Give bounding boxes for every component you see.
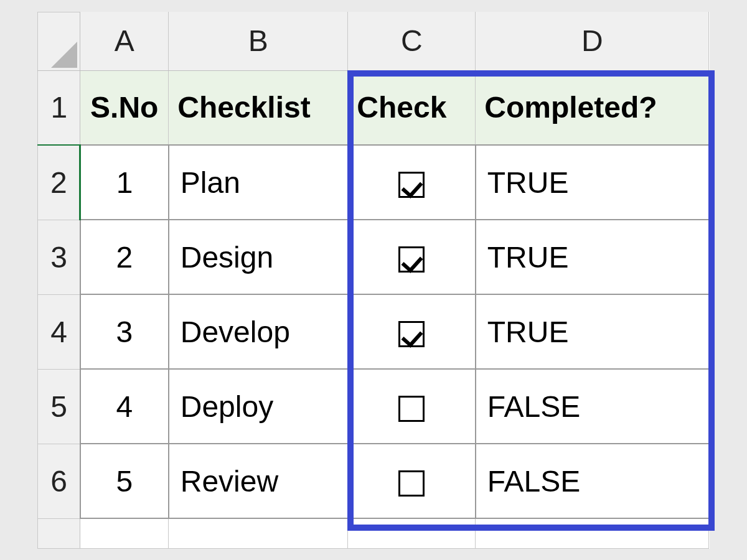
column-header-C[interactable]: C — [348, 12, 476, 70]
column-header-D[interactable]: D — [476, 12, 709, 70]
cell-D6[interactable]: FALSE — [476, 444, 709, 518]
cell-B7[interactable] — [169, 518, 348, 548]
cell-A2[interactable]: 1 — [80, 145, 169, 220]
cell-C1[interactable]: Check — [348, 70, 476, 145]
column-header-A[interactable]: A — [80, 12, 169, 70]
cell-C3[interactable] — [348, 220, 476, 294]
cell-D3[interactable]: TRUE — [476, 220, 709, 294]
checkbox-icon[interactable] — [398, 396, 425, 422]
cell-D2[interactable]: TRUE — [476, 145, 709, 220]
spreadsheet-region: A B C D 1 S.No Checklist Check Completed… — [37, 12, 710, 549]
row-header-1[interactable]: 1 — [38, 70, 80, 145]
cell-A5[interactable]: 4 — [80, 369, 169, 444]
cell-C2[interactable] — [348, 145, 476, 220]
select-all-triangle-icon — [51, 42, 77, 68]
cell-B3[interactable]: Design — [169, 220, 348, 294]
cell-A6[interactable]: 5 — [80, 444, 169, 518]
row-header-2[interactable]: 2 — [38, 145, 80, 220]
checkbox-icon[interactable] — [398, 246, 425, 273]
checkbox-icon[interactable] — [398, 470, 425, 497]
row-header-6[interactable]: 6 — [38, 444, 80, 518]
cell-B5[interactable]: Deploy — [169, 369, 348, 444]
cell-D5[interactable]: FALSE — [476, 369, 709, 444]
row-header-4[interactable]: 4 — [38, 294, 80, 369]
cell-D4[interactable]: TRUE — [476, 294, 709, 369]
cell-A3[interactable]: 2 — [80, 220, 169, 294]
cell-A7[interactable] — [80, 518, 169, 548]
checkbox-icon[interactable] — [398, 172, 425, 198]
row-header-5[interactable]: 5 — [38, 369, 80, 444]
checkbox-icon[interactable] — [398, 321, 425, 347]
spreadsheet-grid: A B C D 1 S.No Checklist Check Completed… — [37, 12, 710, 549]
cell-B2[interactable]: Plan — [169, 145, 348, 220]
cell-B6[interactable]: Review — [169, 444, 348, 518]
cell-C4[interactable] — [348, 294, 476, 369]
cell-B1[interactable]: Checklist — [169, 70, 348, 145]
cell-C5[interactable] — [348, 369, 476, 444]
column-header-B[interactable]: B — [169, 12, 348, 70]
row-header-7[interactable] — [38, 518, 80, 548]
cell-A4[interactable]: 3 — [80, 294, 169, 369]
select-all-corner[interactable] — [38, 12, 80, 70]
cell-A1[interactable]: S.No — [80, 70, 169, 145]
cell-C7[interactable] — [348, 518, 476, 548]
cell-D1[interactable]: Completed? — [476, 70, 709, 145]
cell-B4[interactable]: Develop — [169, 294, 348, 369]
cell-C6[interactable] — [348, 444, 476, 518]
cell-D7[interactable] — [476, 518, 709, 548]
row-header-3[interactable]: 3 — [38, 220, 80, 294]
